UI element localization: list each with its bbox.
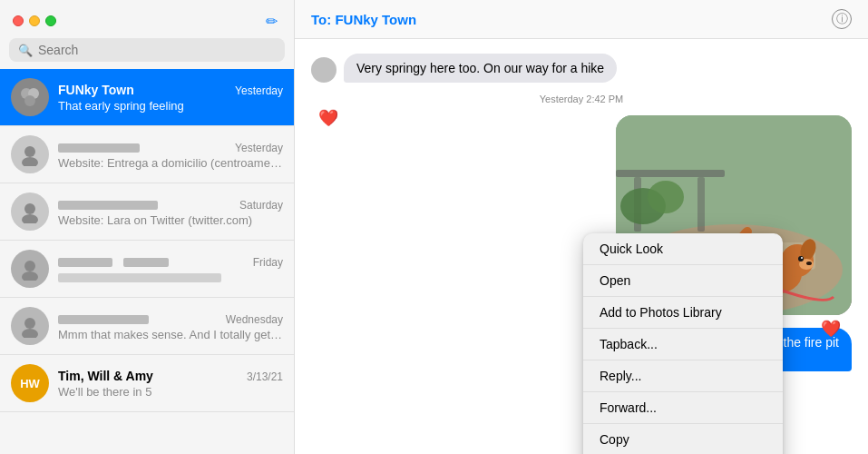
svg-point-10 xyxy=(22,329,38,338)
search-input[interactable] xyxy=(38,43,276,57)
image-message-wrap: ❤️ xyxy=(311,115,852,315)
sender-avatar xyxy=(311,57,336,83)
context-menu-copy[interactable]: Copy xyxy=(583,424,783,454)
conv-preview xyxy=(58,271,283,284)
conversation-list: FUNky Town Yesterday That early spring f… xyxy=(0,69,294,454)
main-content: To: FUNky Town ⓘ Very springy here too. … xyxy=(295,0,868,454)
avatar xyxy=(11,307,49,345)
conv-name xyxy=(58,311,149,326)
heart-reaction-icon: ❤️ xyxy=(318,108,338,128)
svg-point-20 xyxy=(798,256,804,262)
conversation-item-tim-will-amy[interactable]: HW Tim, Will & Amy 3/13/21 We'll be ther… xyxy=(0,355,294,412)
conv-content: Saturday Website: Lara on Twitter (twitt… xyxy=(58,197,283,227)
conv-preview: That early spring feeling xyxy=(58,99,283,113)
conv-preview: Website: Entrega a domicilio (centroamer… xyxy=(58,156,283,170)
recipient-name: FUNky Town xyxy=(335,12,416,27)
close-button[interactable] xyxy=(13,15,24,26)
sidebar-header: ✏ xyxy=(0,0,294,38)
heart-reaction-out-icon: ❤️ xyxy=(821,319,841,339)
svg-point-7 xyxy=(24,261,35,271)
messages-area: Very springy here too. On our way for a … xyxy=(295,39,868,454)
incoming-bubble: Very springy here too. On our way for a … xyxy=(344,54,617,83)
context-menu-tapback[interactable]: Tapback... xyxy=(583,329,783,360)
conv-content: Tim, Will & Amy 3/13/21 We'll be there i… xyxy=(58,369,283,399)
conv-time: Wednesday xyxy=(226,313,283,326)
conv-time: 3/13/21 xyxy=(247,370,283,383)
avatar xyxy=(11,250,49,288)
svg-point-9 xyxy=(24,318,35,329)
svg-rect-23 xyxy=(616,170,725,177)
minimize-button[interactable] xyxy=(29,15,40,26)
conv-name: Tim, Will & Amy xyxy=(58,369,153,383)
avatar xyxy=(11,78,49,116)
conv-preview: We'll be there in 5 xyxy=(58,385,283,399)
avatar: HW xyxy=(11,364,49,402)
svg-point-6 xyxy=(22,214,38,223)
context-menu-quick-look[interactable]: Quick Look xyxy=(583,233,783,265)
main-header: To: FUNky Town ⓘ xyxy=(295,0,868,39)
context-menu-reply[interactable]: Reply... xyxy=(583,360,783,392)
svg-point-4 xyxy=(22,157,38,166)
context-menu-open[interactable]: Open xyxy=(583,265,783,297)
svg-point-3 xyxy=(24,146,35,157)
compose-button[interactable]: ✏ xyxy=(261,11,281,31)
svg-point-5 xyxy=(24,203,35,214)
conv-content: Wednesday Mmm that makes sense. And I to… xyxy=(58,311,283,341)
conv-content: Friday xyxy=(58,254,283,284)
conv-preview: Mmm that makes sense. And I totally get … xyxy=(58,328,283,341)
conv-time: Yesterday xyxy=(235,142,283,154)
svg-point-8 xyxy=(22,271,38,281)
conv-content: FUNky Town Yesterday That early spring f… xyxy=(58,83,283,113)
conversation-item-2[interactable]: Yesterday Website: Entrega a domicilio (… xyxy=(0,126,294,183)
incoming-message-wrap: Very springy here too. On our way for a … xyxy=(311,54,852,83)
svg-point-2 xyxy=(24,95,35,106)
conversation-item-5[interactable]: Wednesday Mmm that makes sense. And I to… xyxy=(0,298,294,355)
search-bar: 🔍 xyxy=(9,38,285,62)
conv-name xyxy=(58,197,158,212)
context-menu-forward[interactable]: Forward... xyxy=(583,392,783,424)
fullscreen-button[interactable] xyxy=(45,15,56,26)
svg-point-27 xyxy=(648,181,684,213)
conv-name: FUNky Town xyxy=(58,83,134,97)
conv-name xyxy=(58,254,169,269)
conv-content: Yesterday Website: Entrega a domicilio (… xyxy=(58,140,283,170)
conversation-item-funky-town[interactable]: FUNky Town Yesterday That early spring f… xyxy=(0,69,294,126)
conv-time: Friday xyxy=(253,256,283,269)
avatar xyxy=(11,192,49,231)
conversation-item-4[interactable]: Friday xyxy=(0,241,294,298)
conv-time: Saturday xyxy=(239,199,283,212)
avatar xyxy=(11,135,49,173)
context-menu: Quick Look Open Add to Photos Library Ta… xyxy=(583,233,783,454)
traffic-lights xyxy=(13,15,56,26)
header-to: To: FUNky Town xyxy=(311,12,416,27)
svg-point-21 xyxy=(801,257,803,259)
conversation-item-3[interactable]: Saturday Website: Lara on Twitter (twitt… xyxy=(0,183,294,241)
search-icon: 🔍 xyxy=(18,44,33,57)
conv-time: Yesterday xyxy=(235,84,283,97)
info-button[interactable]: ⓘ xyxy=(832,9,852,29)
timestamp: Yesterday 2:42 PM xyxy=(311,94,852,104)
svg-point-22 xyxy=(806,262,812,265)
sidebar: ✏ 🔍 FUNky Town Yesterday That early spri… xyxy=(0,0,295,454)
svg-rect-25 xyxy=(697,177,705,232)
conv-preview: Website: Lara on Twitter (twitter.com) xyxy=(58,213,283,227)
to-label: To: xyxy=(311,12,331,27)
conv-name xyxy=(58,140,140,154)
context-menu-add-photos[interactable]: Add to Photos Library xyxy=(583,297,783,329)
